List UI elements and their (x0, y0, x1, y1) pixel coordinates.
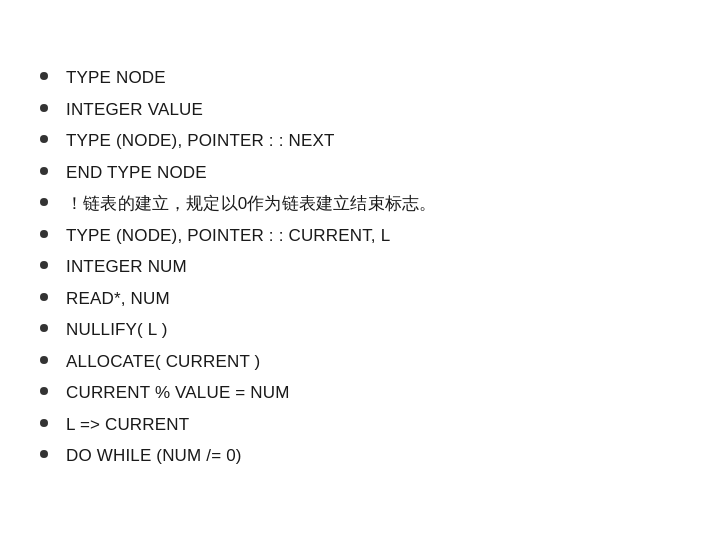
bullet-icon (40, 230, 48, 238)
line-text-8: READ*, NUM (66, 286, 170, 312)
bullet-icon (40, 450, 48, 458)
line-text-12: L => CURRENT (66, 412, 189, 438)
list-item: DO WHILE (NUM /= 0) (40, 443, 436, 469)
list-item: CURRENT % VALUE = NUM (40, 380, 436, 406)
list-item: TYPE (NODE), POINTER : : CURRENT, L (40, 223, 436, 249)
line-text-13: DO WHILE (NUM /= 0) (66, 443, 242, 469)
bullet-icon (40, 198, 48, 206)
bullet-icon (40, 419, 48, 427)
line-text-5: ！链表的建立，规定以0作为链表建立结束标志。 (66, 191, 436, 217)
code-list: TYPE NODEINTEGER VALUETYPE (NODE), POINT… (40, 65, 436, 475)
list-item: END TYPE NODE (40, 160, 436, 186)
bullet-icon (40, 356, 48, 364)
list-item: L => CURRENT (40, 412, 436, 438)
bullet-icon (40, 387, 48, 395)
line-text-6: TYPE (NODE), POINTER : : CURRENT, L (66, 223, 390, 249)
line-text-1: TYPE NODE (66, 65, 166, 91)
list-item: NULLIFY( L ) (40, 317, 436, 343)
list-item: ALLOCATE( CURRENT ) (40, 349, 436, 375)
line-text-11: CURRENT % VALUE = NUM (66, 380, 290, 406)
bullet-icon (40, 104, 48, 112)
bullet-icon (40, 293, 48, 301)
list-item: INTEGER NUM (40, 254, 436, 280)
line-text-3: TYPE (NODE), POINTER : : NEXT (66, 128, 334, 154)
bullet-icon (40, 324, 48, 332)
line-text-7: INTEGER NUM (66, 254, 187, 280)
line-text-10: ALLOCATE( CURRENT ) (66, 349, 260, 375)
bullet-icon (40, 72, 48, 80)
list-item: INTEGER VALUE (40, 97, 436, 123)
bullet-icon (40, 167, 48, 175)
list-item: ！链表的建立，规定以0作为链表建立结束标志。 (40, 191, 436, 217)
list-item: TYPE (NODE), POINTER : : NEXT (40, 128, 436, 154)
line-text-9: NULLIFY( L ) (66, 317, 168, 343)
list-item: TYPE NODE (40, 65, 436, 91)
line-text-2: INTEGER VALUE (66, 97, 203, 123)
line-text-4: END TYPE NODE (66, 160, 207, 186)
list-item: READ*, NUM (40, 286, 436, 312)
bullet-icon (40, 261, 48, 269)
bullet-icon (40, 135, 48, 143)
